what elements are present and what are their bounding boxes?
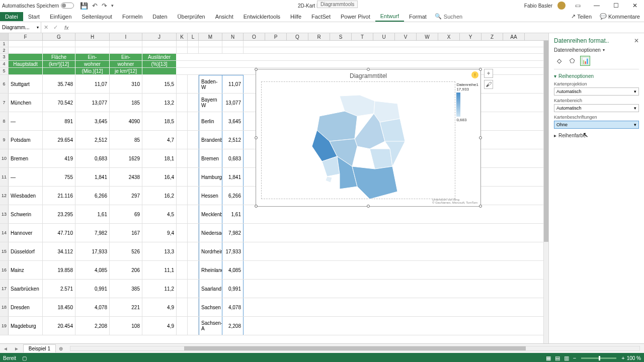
cancel-formula-icon[interactable]: ✕ [41, 24, 51, 31]
share-button[interactable]: ↗Teilen [567, 12, 596, 21]
fx-icon[interactable]: fx [60, 25, 73, 31]
comment-icon: 💬 [600, 13, 607, 20]
section-series-options[interactable]: ▾Reihenoptionen [554, 73, 639, 79]
view-pagebreak-icon[interactable]: ▥ [562, 355, 571, 361]
label-map-labels: Kartenbeschriftungen [554, 115, 639, 120]
tab-home[interactable]: Start [23, 12, 45, 21]
tab-review[interactable]: Überprüfen [173, 12, 210, 21]
tell-me-search[interactable]: 🔍 Suchen [435, 13, 462, 20]
tab-help[interactable]: Hilfe [285, 12, 306, 21]
title-bar: Automatisches Speichern 💾 ↶ ↷ ▾ 2D-Kart … [0, 0, 644, 11]
undo-icon[interactable]: ↶ [92, 2, 98, 10]
select-all-triangle[interactable] [0, 33, 9, 40]
column-headers[interactable]: FGHIJKLMNOPQRSTUVWXYZAA [0, 33, 548, 41]
vertical-scrollbar[interactable] [543, 41, 548, 343]
autosave-toggle[interactable]: Automatisches Speichern [2, 3, 74, 9]
macro-record-icon[interactable]: ▢ [22, 355, 27, 361]
zoom-level[interactable]: 100 % [627, 355, 641, 361]
view-normal-icon[interactable]: ▦ [544, 355, 553, 361]
dropdown-map-area[interactable]: Automatisch▾ [554, 104, 639, 112]
tab-view[interactable]: Ansicht [210, 12, 238, 21]
pane-close-icon[interactable]: ✕ [634, 37, 639, 44]
sheet-tab-bar: ◄ ► Beispiel 1 ⊕ [0, 343, 644, 353]
germany-map [307, 91, 413, 202]
sheet-nav-next[interactable]: ► [11, 346, 22, 351]
add-sheet-button[interactable]: ⊕ [56, 346, 66, 351]
tab-powerpivot[interactable]: Power Pivot [336, 12, 375, 21]
map-attribution: Unterstützt von Bing© GeoNames, Microsof… [432, 198, 477, 204]
ribbon-display-icon[interactable]: ▭ [571, 2, 585, 9]
series-options-icon[interactable]: 📊 [580, 56, 590, 66]
save-icon[interactable]: 💾 [80, 2, 88, 10]
redo-icon[interactable]: ↷ [102, 2, 107, 10]
section-series-color[interactable]: ▸Reihenfarbe [554, 133, 639, 138]
format-pane: Datenreihen format.. ✕ Datenreihenoption… [548, 33, 644, 343]
zoom-out-button[interactable]: − [571, 355, 578, 361]
dropdown-map-labels[interactable]: Ohne▾ [554, 121, 639, 129]
maximize-button[interactable]: ☐ [609, 2, 623, 9]
label-map-area: Kartenbereich [554, 98, 639, 103]
zoom-slider[interactable] [581, 357, 616, 359]
chart-styles-button[interactable]: 🖌 [484, 80, 493, 89]
tab-design[interactable]: Entwurf [375, 12, 404, 22]
chart-legend: Datenreihe1 17,933 0,683 [456, 82, 478, 122]
enter-formula-icon[interactable]: ✓ [51, 24, 60, 31]
chart-warning-icon[interactable]: ! [471, 71, 478, 78]
chart-elements-button[interactable]: + [484, 69, 493, 78]
worksheet[interactable]: FGHIJKLMNOPQRSTUVWXYZAA 123FlächeEin-Ein… [0, 33, 548, 343]
tab-file[interactable]: Datei [0, 12, 23, 21]
view-pagelayout-icon[interactable]: ▤ [553, 355, 562, 361]
chart-title[interactable]: Diagrammtitel [256, 69, 480, 82]
tab-factset[interactable]: FactSet [306, 12, 336, 21]
close-button[interactable]: ✕ [628, 2, 642, 9]
zoom-in-button[interactable]: + [619, 355, 626, 361]
horizontal-scrollbar[interactable] [70, 346, 640, 351]
user-avatar[interactable] [557, 2, 566, 10]
pane-title: Datenreihen format.. [554, 37, 609, 44]
search-icon: 🔍 [435, 13, 442, 20]
sheet-nav-prev[interactable]: ◄ [0, 346, 11, 351]
ribbon-tabs: Datei Start Einfügen Seitenlayout Formel… [0, 11, 644, 22]
tab-developer[interactable]: Entwicklertools [238, 12, 285, 21]
status-bar: Bereit ▢ ▦ ▤ ▥ − + 100 % [0, 353, 644, 362]
map-chart[interactable]: Diagrammtitel [256, 69, 481, 207]
fill-line-icon[interactable]: ◇ [554, 56, 564, 66]
formula-bar: Diagramm...▾ ✕ ✓ fx [0, 22, 644, 33]
dropdown-projection[interactable]: Automatisch▾ [554, 87, 639, 96]
contextual-tab-label: Diagrammtools [317, 1, 358, 8]
share-icon: ↗ [571, 13, 576, 20]
tab-insert[interactable]: Einfügen [45, 12, 76, 21]
name-box[interactable]: Diagramm...▾ [0, 22, 41, 33]
tab-format[interactable]: Format [404, 12, 432, 21]
pane-subtitle-dropdown[interactable]: Datenreihenoptionen▾ [554, 47, 639, 53]
status-ready: Bereit [3, 355, 16, 361]
tab-data[interactable]: Daten [147, 12, 172, 21]
comments-button[interactable]: 💬Kommentare [596, 12, 644, 21]
user-name[interactable]: Fabio Basler [524, 3, 552, 9]
effects-icon[interactable]: ⬠ [567, 56, 577, 66]
chart-plot-area[interactable] [261, 81, 455, 199]
minimize-button[interactable]: — [590, 2, 604, 9]
label-projection: Kartenprojektion [554, 81, 639, 86]
sheet-tab[interactable]: Beispiel 1 [23, 344, 56, 352]
tab-pagelayout[interactable]: Seitenlayout [76, 12, 117, 21]
tab-formulas[interactable]: Formeln [117, 12, 147, 21]
